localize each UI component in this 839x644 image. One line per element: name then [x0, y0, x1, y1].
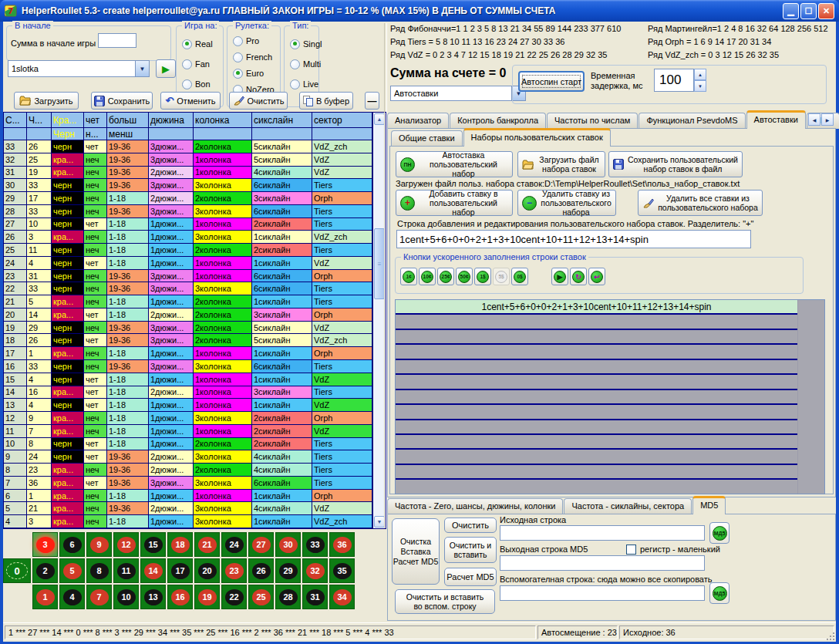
md5-clear-insert-aux-button[interactable]: Очистить и вставить во вспом. строку	[395, 589, 495, 614]
tab-5[interactable]: Автоставки	[746, 110, 806, 129]
table-row[interactable]: 134чернчет1-181дюжи...1колонка1сиклайнVd…	[4, 399, 372, 412]
close-button[interactable]: ✕	[818, 3, 834, 19]
roulette-cell-28[interactable]: 28	[275, 585, 301, 609]
roulette-cell-36[interactable]: 36	[329, 532, 355, 557]
roulette-cell-9[interactable]: 9	[86, 532, 112, 557]
bets-list-row[interactable]: 1cent+5+6+0+0+2+1+3+10cent+10+11+12+13+1…	[396, 300, 797, 315]
delay-spinbox[interactable]: 100	[654, 69, 694, 92]
table-row[interactable]: 244чернчет1-181дюжи...1колонка1сиклайнVd…	[4, 257, 372, 270]
roulette-cell-4[interactable]: 4	[59, 585, 85, 609]
radio-bon[interactable]: Bon	[182, 77, 211, 91]
roulette-cell-5[interactable]: 5	[59, 558, 85, 583]
table-row[interactable]: 3119кра...неч19-362дюжи...1колонка4сикла…	[4, 167, 372, 180]
radio-pro[interactable]: Pro	[233, 34, 259, 48]
roulette-cell-12[interactable]: 12	[113, 532, 139, 557]
table-row[interactable]: 154чернчет1-181дюжи...1колонка1сиклайнVd…	[4, 373, 372, 386]
roulette-cell-33[interactable]: 33	[302, 532, 328, 557]
subtab-1[interactable]: Общие ставки	[391, 130, 463, 147]
roulette-cell-15[interactable]: 15	[140, 532, 166, 557]
table-row[interactable]: 3225кра...неч19-363дюжи...1колонка5сикла…	[4, 153, 372, 167]
quick-1dollar-button[interactable]: 1$	[474, 268, 491, 285]
action-button-btnrow1-1[interactable]: ПНАвтоставкапользовательский набор	[396, 151, 513, 177]
roulette-cell-0[interactable]: 0	[3, 558, 31, 583]
roulette-cell-14[interactable]: 14	[140, 558, 166, 583]
bottom-tab-2[interactable]: Частота - сиклайны, сектора	[564, 498, 692, 514]
radio-french[interactable]: French	[233, 50, 272, 64]
table-row[interactable]: 1633черннеч19-363дюжи...3колонка6сиклайн…	[4, 360, 372, 373]
table-row[interactable]: 3326чернчет19-363дюжи...2колонка5сиклайн…	[4, 140, 372, 153]
table-row[interactable]: 1929черннеч19-363дюжи...2колонка5сиклайн…	[4, 322, 372, 335]
table-row[interactable]: 171кра...неч1-181дюжи...1колонка1сиклайн…	[4, 347, 372, 360]
table-row[interactable]: 924чернчет19-362дюжи...3колонка4сиклайнT…	[4, 450, 372, 464]
md5-run-source-button[interactable]: МД5	[709, 522, 729, 544]
roulette-cell-21[interactable]: 21	[194, 532, 220, 557]
table-row[interactable]: 117кра...неч1-181дюжи...1колонка2сиклайн…	[4, 425, 372, 438]
table-row[interactable]: 129кра...неч1-181дюжи...3колонка2сиклайн…	[4, 412, 372, 425]
bets-list-row[interactable]	[396, 465, 797, 480]
roulette-cell-32[interactable]: 32	[302, 558, 328, 583]
table-row[interactable]: 108чернчет1-181дюжи...2колонка2сиклайнTi…	[4, 438, 372, 451]
save-button[interactable]: Сохранить	[91, 92, 153, 110]
quick-50cent-button[interactable]: 50¢	[456, 268, 473, 285]
bets-list-row[interactable]	[396, 435, 797, 450]
radio-multi[interactable]: Multi	[290, 57, 321, 71]
bets-list-row[interactable]	[396, 360, 797, 375]
table-row[interactable]: 823кра...неч19-362дюжи...2колонка4сиклай…	[4, 464, 372, 477]
roulette-cell-26[interactable]: 26	[248, 558, 274, 583]
tabs-scroll-right-icon[interactable]: ▶	[821, 113, 834, 126]
radio-euro[interactable]: Euro	[233, 66, 264, 80]
table-row[interactable]: 215кра...неч1-181дюжи...2колонка1сиклайн…	[4, 295, 372, 309]
maximize-button[interactable]: ☐	[800, 3, 817, 19]
radio-real[interactable]: Real	[182, 37, 213, 51]
table-row[interactable]: 3033черннеч19-363дюжи...3колонка6сиклайн…	[4, 179, 372, 192]
roulette-cell-7[interactable]: 7	[86, 585, 112, 609]
radio-fan[interactable]: Fan	[182, 57, 210, 71]
bets-list-row[interactable]	[396, 315, 797, 329]
radio-singl[interactable]: Singl	[290, 37, 322, 51]
roulette-cell-23[interactable]: 23	[221, 558, 247, 583]
tabs-scroll-left-icon[interactable]: ◀	[808, 113, 820, 126]
md5-lowercase-checkbox[interactable]	[626, 545, 636, 555]
table-row[interactable]: 263кра...неч1-181дюжи...3колонка1сиклайн…	[4, 231, 372, 244]
roulette-cell-27[interactable]: 27	[248, 532, 274, 557]
tab-4[interactable]: Функционал PsevdoMS	[639, 113, 745, 129]
roulette-cell-6[interactable]: 6	[59, 532, 85, 557]
table-row[interactable]: 736кра...чет19-363дюжи...3колонка6сиклай…	[4, 477, 372, 490]
roulette-cell-3[interactable]: 3	[32, 532, 58, 557]
load-button[interactable]: Загрузить	[14, 92, 79, 110]
resize-grip[interactable]	[825, 631, 834, 640]
scroll-down-icon[interactable]: ▼	[374, 516, 385, 528]
tab-3[interactable]: Частоты по числам	[547, 113, 638, 129]
bet-string-input[interactable]	[396, 230, 751, 248]
action-button-btnrow2-3[interactable]: Удалить все ставки изпользовательского н…	[638, 190, 763, 216]
copy-to-buffer-button[interactable]: В буфер	[299, 92, 353, 110]
table-row[interactable]: 2917черннеч1-182дюжи...2колонка3сиклайнO…	[4, 192, 372, 205]
md5-aux-input[interactable]	[500, 585, 705, 601]
table-row[interactable]: 1826чернчет19-363дюжи...2колонка5сиклайн…	[4, 334, 372, 347]
roulette-cell-2[interactable]: 2	[32, 558, 58, 583]
roulette-cell-20[interactable]: 20	[194, 558, 220, 583]
roulette-cell-18[interactable]: 18	[167, 532, 193, 557]
roulette-cell-13[interactable]: 13	[140, 585, 166, 609]
roulette-cell-16[interactable]: 16	[167, 585, 193, 609]
action-button-btnrow1-3[interactable]: Сохранить пользовательскийнабор ставок в…	[608, 151, 743, 177]
subtab-2[interactable]: Наборы пользовательских ставок	[463, 128, 611, 147]
quick-25cent-button[interactable]: 25¢	[437, 268, 454, 285]
tab-2[interactable]: Контроль банкролла	[450, 113, 546, 129]
scroll-thumb[interactable]: ≡	[374, 228, 385, 299]
clear-button[interactable]: Очистить	[229, 92, 288, 110]
bets-list-row[interactable]	[396, 480, 797, 494]
autobets-combo[interactable]: Автоставки ▼	[390, 86, 526, 101]
quick-1cent-button[interactable]: 1¢	[400, 268, 417, 285]
collapse-button[interactable]: —	[365, 92, 379, 110]
roulette-cell-11[interactable]: 11	[113, 558, 139, 583]
table-row[interactable]: 1416кра...чет1-182дюжи...1колонка3сиклай…	[4, 386, 372, 400]
md5-source-input[interactable]	[500, 525, 705, 541]
roulette-cell-29[interactable]: 29	[275, 558, 301, 583]
chevron-down-icon[interactable]: ▼	[135, 61, 149, 76]
quick-respin-button[interactable]: ↻	[570, 268, 587, 285]
minimize-button[interactable]: ▁	[783, 3, 799, 19]
action-button-btnrow2-2[interactable]: −Удалить ставку изпользовательского набо…	[517, 190, 616, 216]
tab-1[interactable]: Анализатор	[387, 113, 449, 129]
roulette-cell-35[interactable]: 35	[329, 558, 355, 583]
